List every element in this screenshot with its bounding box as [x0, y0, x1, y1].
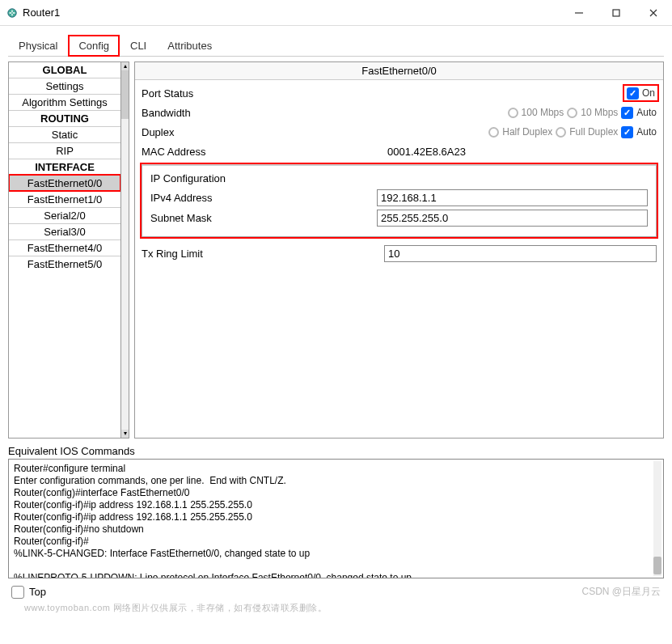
bw-100-radio[interactable]	[508, 108, 518, 118]
mac-value[interactable]	[384, 144, 657, 159]
row-mac: MAC Address	[142, 143, 657, 159]
sidebar-header-routing: ROUTING	[9, 110, 120, 126]
content: Physical Config CLI Attributes GLOBAL Se…	[0, 26, 672, 644]
bw-10-radio[interactable]	[567, 108, 577, 118]
maximize-button[interactable]	[598, 0, 635, 26]
ip-config-label: IP Configuration	[150, 172, 648, 184]
tabs: Physical Config CLI Attributes	[8, 34, 664, 57]
ipv4-label: IPv4 Address	[150, 192, 377, 204]
titlebar-left: Router1	[6, 6, 60, 19]
titlebar: Router1	[0, 0, 672, 26]
row-duplex: Duplex Half Duplex Full Duplex ✓ Auto	[142, 124, 657, 140]
sidebar-header-interface: INTERFACE	[9, 159, 120, 175]
sidebar-item-fe00[interactable]: FastEthernet0/0	[9, 175, 120, 191]
svg-point-0	[8, 8, 17, 17]
bandwidth-label: Bandwidth	[142, 107, 384, 119]
ios-scrollbar[interactable]	[653, 461, 661, 576]
mask-label: Subnet Mask	[150, 212, 377, 224]
dup-full-label: Full Duplex	[569, 126, 618, 138]
sidebar: GLOBAL Settings Algorithm Settings ROUTI…	[8, 61, 129, 439]
bw-auto-checkbox[interactable]: ✓	[621, 107, 633, 119]
bw-10-label: 10 Mbps	[581, 107, 618, 118]
scrollbar-thumb[interactable]	[121, 70, 129, 119]
port-status-checkbox[interactable]: ✓	[627, 87, 639, 100]
watermark-left: www.toymoban.com 网络图片仅供展示，非存储，如有侵权请联系删除。	[24, 602, 327, 614]
row-bandwidth: Bandwidth 100 Mbps 10 Mbps ✓ Auto	[142, 104, 657, 121]
dup-half-label: Half Duplex	[502, 126, 552, 138]
sidebar-header-global: GLOBAL	[9, 62, 120, 78]
ios-title: Equivalent IOS Commands	[8, 445, 664, 457]
sidebar-item-se30[interactable]: Serial3/0	[9, 223, 120, 239]
sidebar-item-fe10[interactable]: FastEthernet1/0	[9, 191, 120, 207]
dup-auto-label: Auto	[636, 126, 657, 138]
row-port-status: Port Status ✓ On	[142, 85, 657, 101]
ios-section: Equivalent IOS Commands Router#configure…	[8, 445, 664, 578]
port-status-on-group: ✓ On	[625, 87, 657, 100]
window-title: Router1	[23, 6, 60, 19]
config-body: GLOBAL Settings Algorithm Settings ROUTI…	[8, 57, 664, 443]
svg-rect-1	[613, 10, 619, 16]
tab-attributes[interactable]: Attributes	[157, 35, 222, 57]
row-tx: Tx Ring Limit	[142, 245, 657, 262]
csdn-watermark: CSDN @日星月云	[581, 585, 661, 599]
tab-cli[interactable]: CLI	[120, 35, 157, 57]
tx-label: Tx Ring Limit	[142, 248, 384, 260]
sidebar-scrollbar[interactable]: ▴ ▾	[121, 61, 129, 439]
ios-scroll-thumb[interactable]	[653, 557, 661, 574]
main-panel: FastEthernet0/0 Port Status ✓ On Bandwid…	[134, 61, 664, 439]
port-status-controls: ✓ On	[384, 87, 657, 100]
footer-left: Top	[11, 586, 46, 599]
top-checkbox[interactable]	[11, 586, 24, 599]
duplex-label: Duplex	[142, 126, 384, 138]
scroll-down-icon[interactable]: ▾	[121, 430, 129, 438]
sidebar-item-fe40[interactable]: FastEthernet4/0	[9, 239, 120, 256]
ios-text: Router#configure terminal Enter configur…	[14, 463, 412, 578]
bw-auto-label: Auto	[636, 107, 657, 118]
sidebar-item-se20[interactable]: Serial2/0	[9, 207, 120, 223]
panel-content: Port Status ✓ On Bandwidth 100 Mbps	[135, 80, 663, 438]
minimize-button[interactable]	[560, 0, 598, 26]
row-mask: Subnet Mask	[150, 210, 648, 227]
port-status-on-label: On	[642, 87, 655, 99]
top-label: Top	[29, 586, 46, 598]
ios-commands-box[interactable]: Router#configure terminal Enter configur…	[8, 459, 664, 578]
mac-label: MAC Address	[142, 146, 384, 158]
dup-full-radio[interactable]	[556, 127, 566, 138]
sidebar-item-settings[interactable]: Settings	[9, 78, 120, 94]
sidebar-item-rip[interactable]: RIP	[9, 142, 120, 159]
router-icon	[6, 7, 18, 19]
dup-half-radio[interactable]	[488, 127, 499, 138]
mask-input[interactable]	[377, 210, 648, 227]
footer: Top CSDN @日星月云	[8, 578, 664, 602]
bandwidth-controls: 100 Mbps 10 Mbps ✓ Auto	[384, 107, 657, 119]
bw-100-label: 100 Mbps	[522, 107, 564, 118]
tx-input[interactable]	[384, 245, 657, 262]
port-status-label: Port Status	[142, 87, 384, 100]
watermark-row: www.toymoban.com 网络图片仅供展示，非存储，如有侵权请联系删除。	[8, 602, 664, 614]
panel-title: FastEthernet0/0	[135, 62, 663, 80]
dup-auto-checkbox[interactable]: ✓	[621, 126, 633, 138]
sidebar-item-fe50[interactable]: FastEthernet5/0	[9, 256, 120, 272]
sidebar-list: GLOBAL Settings Algorithm Settings ROUTI…	[8, 61, 121, 439]
tab-physical[interactable]: Physical	[8, 35, 68, 57]
tab-config[interactable]: Config	[68, 35, 120, 57]
scroll-up-icon[interactable]: ▴	[121, 62, 129, 70]
window-controls	[560, 0, 672, 26]
duplex-controls: Half Duplex Full Duplex ✓ Auto	[384, 126, 657, 138]
ipv4-input[interactable]	[377, 189, 648, 206]
close-button[interactable]	[635, 0, 672, 26]
sidebar-item-static[interactable]: Static	[9, 126, 120, 142]
row-ipv4: IPv4 Address	[150, 189, 648, 206]
sidebar-item-algorithm-settings[interactable]: Algorithm Settings	[9, 94, 120, 110]
ip-config-group: IP Configuration IPv4 Address Subnet Mas…	[142, 164, 657, 237]
